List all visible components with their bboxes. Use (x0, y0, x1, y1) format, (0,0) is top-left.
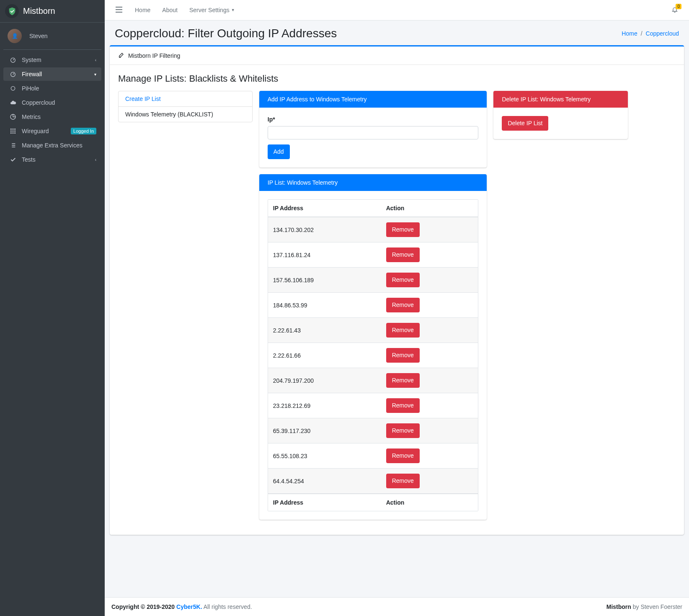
remove-button[interactable]: Remove (386, 373, 420, 388)
brand-text: Mistborn (23, 6, 55, 16)
pie-icon (8, 113, 18, 120)
action-cell: Remove (381, 293, 478, 318)
action-cell: Remove (381, 469, 478, 494)
sidebar-item-label: Coppercloud (22, 99, 55, 106)
remove-button[interactable]: Remove (386, 448, 420, 463)
ip-table: IP Address Action 134.170.30.202Remove13… (268, 200, 478, 511)
delete-list-card-header: Delete IP List: Windows Telemetry (493, 91, 628, 108)
check-icon (8, 156, 18, 163)
gauge-icon (8, 57, 18, 63)
remove-button[interactable]: Remove (386, 398, 420, 413)
ip-cell: 2.22.61.43 (268, 318, 381, 343)
svg-rect-10 (13, 132, 14, 134)
hamburger-icon[interactable] (111, 4, 126, 16)
topnav-link-about[interactable]: About (157, 3, 183, 17)
remove-button[interactable]: Remove (386, 298, 420, 312)
main-card-header: Mistborn IP Filtering (110, 46, 684, 65)
list-nav-item[interactable]: Create IP List (119, 91, 252, 107)
action-cell: Remove (381, 268, 478, 293)
footer-company-link[interactable]: Cyber5K. (176, 603, 202, 610)
grid-icon (8, 128, 18, 134)
sidebar-item-system[interactable]: System‹ (3, 53, 101, 67)
main-card: Mistborn IP Filtering Manage IP Lists: B… (110, 45, 684, 535)
brand[interactable]: Mistborn (0, 0, 105, 23)
svg-rect-8 (14, 131, 15, 132)
ip-cell: 23.218.212.69 (268, 393, 381, 418)
sidebar-item-label: System (22, 57, 41, 63)
chevron-down-icon: ▾ (94, 72, 96, 77)
sidebar-nav: System‹Firewall▾PiHoleCoppercloudMetrics… (0, 50, 105, 170)
ip-cell: 204.79.197.200 (268, 368, 381, 393)
table-row: 2.22.61.66Remove (268, 343, 478, 368)
breadcrumb-link[interactable]: Home (622, 30, 637, 37)
action-cell: Remove (381, 217, 478, 242)
table-row: 65.55.108.23Remove (268, 443, 478, 469)
notifications-button[interactable]: 0 (667, 4, 682, 17)
delete-list-card: Delete IP List: Windows Telemetry Delete… (493, 91, 628, 139)
svg-rect-11 (14, 132, 15, 134)
sidebar-item-coppercloud[interactable]: Coppercloud (3, 96, 101, 109)
remove-button[interactable]: Remove (386, 247, 420, 262)
ip-cell: 65.55.108.23 (268, 443, 381, 469)
sidebar-item-label: Tests (22, 156, 36, 163)
remove-button[interactable]: Remove (386, 348, 420, 363)
notifications-badge: 0 (676, 4, 681, 9)
sidebar-item-metrics[interactable]: Metrics (3, 110, 101, 124)
circle-icon (8, 85, 18, 92)
main-card-title: Mistborn IP Filtering (128, 52, 180, 59)
sidebar-item-label: PiHole (22, 85, 39, 92)
topnav-link-server-settings[interactable]: Server Settings▼ (184, 3, 240, 17)
ip-cell: 134.170.30.202 (268, 217, 381, 242)
action-cell: Remove (381, 368, 478, 393)
action-cell: Remove (381, 242, 478, 268)
delete-list-button[interactable]: Delete IP List (502, 116, 548, 131)
breadcrumb-link[interactable]: Coppercloud (646, 30, 679, 37)
ip-cell: 137.116.81.24 (268, 242, 381, 268)
topnav-link-label: About (162, 7, 178, 13)
table-row: 23.218.212.69Remove (268, 393, 478, 418)
action-cell: Remove (381, 393, 478, 418)
main: HomeAboutServer Settings▼ 0 Coppercloud:… (105, 0, 689, 616)
table-row: 2.22.61.43Remove (268, 318, 478, 343)
sidebar-item-manage-extra-services[interactable]: Manage Extra Services (3, 139, 101, 152)
table-row: 184.86.53.99Remove (268, 293, 478, 318)
section-title: Manage IP Lists: Blacklists & Whitelists (118, 73, 676, 84)
sidebar-item-tests[interactable]: Tests‹ (3, 153, 101, 166)
page-title: Coppercloud: Filter Outgoing IP Addresse… (115, 27, 337, 40)
ip-input[interactable] (268, 126, 479, 139)
ip-list-card-header: IP List: Windows Telemetry (259, 174, 487, 191)
sidebar-item-wireguard[interactable]: WireguardLogged In (3, 124, 101, 138)
breadcrumb: HomeCoppercloud (622, 30, 679, 37)
svg-point-2 (11, 86, 15, 90)
add-ip-card: Add IP Address to Windows Telemetry Ip* … (259, 91, 487, 168)
remove-button[interactable]: Remove (386, 474, 420, 488)
list-nav-item[interactable]: Windows Telemetry (BLACKLIST) (119, 107, 252, 122)
user-panel[interactable]: 👤 Steven (3, 23, 101, 50)
user-name: Steven (29, 33, 48, 39)
topnav-link-label: Home (135, 7, 150, 13)
remove-button[interactable]: Remove (386, 222, 420, 237)
ip-cell: 157.56.106.189 (268, 268, 381, 293)
sidebar-item-firewall[interactable]: Firewall▾ (3, 67, 101, 81)
edit-icon (118, 52, 125, 59)
remove-button[interactable]: Remove (386, 273, 420, 287)
svg-rect-3 (10, 129, 12, 130)
topnav-link-home[interactable]: Home (130, 3, 155, 17)
add-ip-card-header: Add IP Address to Windows Telemetry (259, 91, 487, 108)
footer-by: by Steven Foerster (631, 603, 682, 610)
remove-button[interactable]: Remove (386, 423, 420, 438)
add-button[interactable]: Add (268, 144, 290, 159)
table-row: 64.4.54.254Remove (268, 469, 478, 494)
chevron-left-icon: ‹ (95, 58, 96, 62)
remove-button[interactable]: Remove (386, 323, 420, 338)
svg-rect-9 (10, 132, 12, 134)
footer-app: Mistborn (606, 603, 631, 610)
table-row: 134.170.30.202Remove (268, 217, 478, 242)
svg-rect-6 (10, 131, 12, 132)
action-cell: Remove (381, 343, 478, 368)
gauge-icon (8, 71, 18, 77)
table-row: 65.39.117.230Remove (268, 418, 478, 443)
avatar: 👤 (8, 29, 22, 43)
cloud-icon (8, 99, 18, 106)
sidebar-item-pihole[interactable]: PiHole (3, 82, 101, 95)
